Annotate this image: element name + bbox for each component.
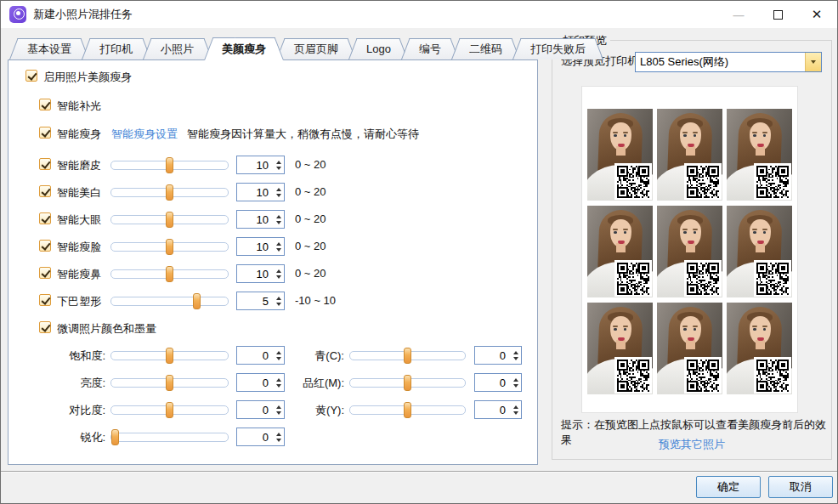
tab-打印机[interactable]: 打印机	[82, 38, 150, 59]
亮度:-spinbox[interactable]: 0	[236, 373, 285, 392]
饱和度:-spinbox[interactable]: 0	[236, 346, 285, 365]
smart-slim-settings-link[interactable]: 智能瘦身设置	[111, 127, 178, 142]
tab-基本设置[interactable]: 基本设置	[9, 38, 89, 59]
智能美白-slider[interactable]	[110, 188, 229, 197]
tab-打印失败后[interactable]: 打印失败后	[512, 38, 603, 59]
智能瘦脸-spinbox[interactable]: 10	[236, 237, 285, 256]
智能瘦脸-slider-handle[interactable]	[166, 239, 173, 255]
品红(M):-slider-handle[interactable]	[404, 375, 411, 391]
preview-photo[interactable]	[657, 303, 722, 394]
亮度:-slider[interactable]	[110, 378, 229, 388]
品红(M):-slider[interactable]	[349, 378, 466, 388]
亮度:-slider-handle[interactable]	[166, 375, 173, 391]
黄(Y):-slider[interactable]	[349, 405, 466, 415]
黄(Y):-spinbox[interactable]: 0	[474, 400, 522, 419]
智能瘦鼻-slider-handle[interactable]	[166, 266, 173, 282]
tab-Logo[interactable]: Logo	[348, 38, 409, 59]
ok-button[interactable]: 确定	[696, 476, 761, 498]
对比度:-spin-up-icon[interactable]	[276, 405, 281, 409]
智能瘦鼻-spin-up-icon[interactable]	[276, 269, 281, 273]
锐化:-spin-up-icon[interactable]	[276, 433, 281, 436]
青(C):-spin-down-icon[interactable]	[513, 357, 518, 360]
下巴塑形-spinbox[interactable]: 5	[236, 292, 285, 310]
下巴塑形-spin-up-icon[interactable]	[276, 297, 281, 300]
maximize-button[interactable]	[764, 1, 791, 28]
智能美白-spin-down-icon[interactable]	[276, 194, 281, 197]
preview-photo[interactable]	[727, 206, 792, 297]
智能磨皮-slider-handle[interactable]	[166, 157, 173, 173]
下巴塑形-slider[interactable]	[110, 297, 229, 306]
黄(Y):-slider-handle[interactable]	[404, 402, 411, 418]
智能美白-slider-handle[interactable]	[166, 184, 173, 201]
tab-美颜瘦身[interactable]: 美颜瘦身	[204, 37, 284, 60]
智能瘦鼻-spinbox[interactable]: 10	[236, 264, 285, 283]
青(C):-spin-up-icon[interactable]	[513, 351, 518, 354]
preview-photo[interactable]	[727, 303, 792, 394]
smart-slim-checkbox[interactable]	[39, 127, 51, 139]
智能瘦鼻-slider[interactable]	[110, 269, 229, 279]
tab-页眉页脚[interactable]: 页眉页脚	[276, 38, 356, 59]
品红(M):-spinbox[interactable]: 0	[474, 373, 522, 392]
智能瘦脸-checkbox[interactable]	[39, 240, 51, 252]
preview-photo[interactable]	[657, 206, 722, 297]
智能大眼-slider[interactable]	[110, 215, 229, 224]
亮度:-spin-down-icon[interactable]	[276, 384, 281, 388]
饱和度:-slider[interactable]	[110, 351, 229, 360]
智能大眼-spin-down-icon[interactable]	[276, 221, 281, 224]
智能瘦脸-spin-down-icon[interactable]	[276, 248, 281, 252]
智能瘦脸-slider[interactable]	[110, 242, 229, 252]
饱和度:-spin-up-icon[interactable]	[276, 351, 281, 354]
智能瘦脸-spin-up-icon[interactable]	[276, 242, 281, 246]
青(C):-spinbox[interactable]: 0	[474, 346, 522, 365]
对比度:-slider-handle[interactable]	[166, 402, 173, 418]
锐化:-slider-handle[interactable]	[111, 429, 119, 445]
tab-编号[interactable]: 编号	[401, 38, 459, 59]
黄(Y):-spin-up-icon[interactable]	[513, 405, 518, 409]
智能瘦鼻-spin-down-icon[interactable]	[276, 275, 281, 279]
preview-photo[interactable]	[657, 109, 722, 201]
智能磨皮-slider[interactable]	[110, 161, 229, 170]
智能大眼-spin-up-icon[interactable]	[276, 215, 281, 218]
智能磨皮-spin-down-icon[interactable]	[276, 167, 281, 170]
智能磨皮-spinbox[interactable]: 10	[236, 156, 285, 174]
智能美白-checkbox[interactable]	[39, 185, 51, 197]
黄(Y):-spin-down-icon[interactable]	[513, 411, 518, 415]
饱和度:-spin-down-icon[interactable]	[276, 357, 281, 360]
智能磨皮-checkbox[interactable]	[39, 158, 51, 170]
tab-二维码[interactable]: 二维码	[451, 38, 520, 59]
color-adjust-checkbox[interactable]	[39, 321, 51, 333]
preview-photo[interactable]	[587, 206, 653, 297]
智能瘦鼻-checkbox[interactable]	[39, 267, 51, 279]
亮度:-spin-up-icon[interactable]	[276, 378, 281, 382]
printer-combobox[interactable]: L805 Series(网络)	[635, 52, 822, 72]
锐化:-slider[interactable]	[110, 433, 229, 442]
青(C):-slider[interactable]	[349, 351, 466, 360]
对比度:-spinbox[interactable]: 0	[236, 400, 285, 419]
智能磨皮-spin-up-icon[interactable]	[276, 161, 281, 164]
combobox-dropdown-button[interactable]	[805, 53, 821, 71]
对比度:-spin-down-icon[interactable]	[276, 411, 281, 415]
tab-小照片[interactable]: 小照片	[143, 38, 212, 59]
青(C):-slider-handle[interactable]	[404, 348, 411, 364]
preview-other-photos-link[interactable]: 预览其它照片	[659, 438, 725, 450]
智能大眼-spinbox[interactable]: 10	[236, 210, 285, 229]
饱和度:-slider-handle[interactable]	[166, 348, 173, 364]
品红(M):-spin-up-icon[interactable]	[513, 378, 518, 382]
锐化:-spinbox[interactable]: 0	[236, 428, 285, 446]
enable-beauty-checkbox[interactable]	[25, 70, 37, 82]
智能美白-spin-up-icon[interactable]	[276, 188, 281, 191]
下巴塑形-slider-handle[interactable]	[193, 293, 201, 309]
fill-light-checkbox[interactable]	[39, 99, 51, 110]
preview-photo[interactable]	[587, 303, 653, 394]
preview-photo[interactable]	[727, 109, 792, 201]
智能大眼-slider-handle[interactable]	[166, 212, 173, 228]
cancel-button[interactable]: 取消	[768, 476, 833, 498]
下巴塑形-spin-down-icon[interactable]	[276, 303, 281, 306]
品红(M):-spin-down-icon[interactable]	[513, 384, 518, 388]
preview-photo[interactable]	[587, 109, 653, 201]
对比度:-slider[interactable]	[110, 405, 229, 415]
close-button[interactable]: ✕	[803, 1, 830, 28]
minimize-button[interactable]: —	[725, 1, 752, 28]
智能美白-spinbox[interactable]: 10	[236, 183, 285, 201]
锐化:-spin-down-icon[interactable]	[276, 439, 281, 442]
